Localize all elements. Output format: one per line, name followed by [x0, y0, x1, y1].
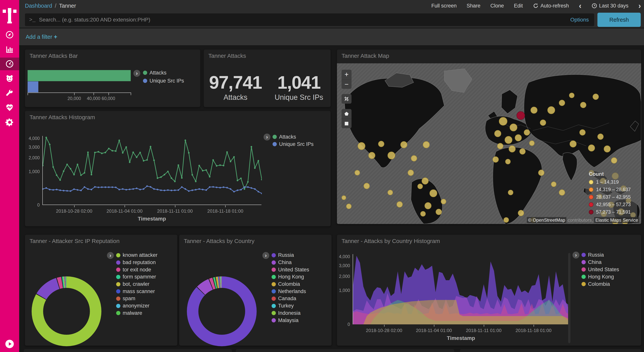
data-point[interactable]	[77, 164, 78, 165]
attack-circle[interactable]	[551, 182, 556, 187]
map-draw-rectangle-button[interactable]	[342, 119, 352, 128]
data-point[interactable]	[250, 146, 252, 148]
bar-unique-src-ips[interactable]	[28, 81, 38, 92]
data-point[interactable]	[136, 156, 138, 158]
data-point[interactable]	[174, 190, 176, 191]
attack-circle[interactable]	[358, 142, 365, 150]
attack-circle[interactable]	[388, 190, 393, 195]
data-point[interactable]	[216, 165, 217, 166]
attack-circle[interactable]	[559, 100, 565, 106]
data-point[interactable]	[254, 167, 256, 169]
attack-circle[interactable]	[498, 143, 503, 149]
data-point[interactable]	[150, 186, 151, 188]
add-filter-link[interactable]: Add a filter +	[26, 33, 57, 40]
sidebar-item-management[interactable]	[0, 116, 19, 129]
data-point[interactable]	[170, 190, 172, 191]
data-point[interactable]	[46, 187, 47, 189]
data-point[interactable]	[118, 189, 120, 190]
data-point[interactable]	[73, 174, 75, 175]
legend-expand-chevron[interactable]: ›	[572, 252, 580, 259]
attack-circle[interactable]	[506, 159, 510, 164]
attack-circle[interactable]	[538, 170, 544, 175]
data-point[interactable]	[258, 191, 259, 192]
osm-attribution[interactable]: © OpenStreetMap	[527, 217, 566, 223]
refresh-button[interactable]: Refresh	[598, 13, 641, 27]
time-range-picker[interactable]: Last 30 days	[592, 3, 628, 9]
data-point[interactable]	[132, 188, 134, 190]
data-point[interactable]	[157, 177, 158, 179]
legend-item[interactable]: known attacker	[116, 252, 158, 259]
data-point[interactable]	[244, 188, 245, 190]
data-point[interactable]	[63, 190, 64, 191]
attack-circle[interactable]	[418, 184, 423, 189]
data-point[interactable]	[132, 151, 134, 153]
data-point[interactable]	[98, 187, 99, 188]
legend-item[interactable]: spam	[116, 295, 158, 302]
legend-item[interactable]: Colombia	[272, 281, 309, 288]
data-point[interactable]	[209, 176, 210, 178]
data-point[interactable]	[84, 172, 85, 173]
t-mobile-logo[interactable]	[0, 3, 19, 24]
clone-button[interactable]: Clone	[490, 3, 504, 9]
data-point[interactable]	[230, 161, 231, 162]
data-point[interactable]	[118, 139, 120, 141]
attack-circle[interactable]	[593, 94, 598, 100]
legend-item[interactable]: United States	[272, 266, 309, 273]
attack-circle[interactable]	[520, 148, 525, 154]
map-zoom-out-button[interactable]: −	[342, 79, 352, 89]
legend-item[interactable]: Attacks	[143, 69, 184, 77]
data-point[interactable]	[136, 188, 138, 189]
attack-circle[interactable]	[510, 124, 517, 131]
attack-circle[interactable]	[580, 102, 586, 108]
data-point[interactable]	[91, 189, 92, 190]
data-point[interactable]	[70, 168, 71, 169]
attack-circle[interactable]	[580, 129, 585, 135]
bar-attacks[interactable]	[28, 70, 131, 81]
data-point[interactable]	[43, 188, 44, 190]
data-point[interactable]	[157, 189, 158, 190]
data-point[interactable]	[184, 139, 186, 141]
data-point[interactable]	[164, 174, 165, 175]
search-input[interactable]	[39, 17, 570, 23]
data-point[interactable]	[49, 189, 50, 190]
map-draw-polygon-button[interactable]	[342, 109, 352, 119]
attack-circle[interactable]	[346, 204, 351, 209]
data-point[interactable]	[164, 190, 165, 191]
data-point[interactable]	[237, 180, 238, 181]
data-point[interactable]	[250, 187, 252, 189]
data-point[interactable]	[73, 189, 75, 190]
data-point[interactable]	[170, 177, 172, 179]
data-point[interactable]	[63, 170, 64, 172]
data-point[interactable]	[84, 186, 85, 188]
attack-circle[interactable]	[611, 157, 617, 163]
data-point[interactable]	[188, 152, 190, 153]
data-point[interactable]	[219, 187, 221, 189]
legend-item[interactable]: anonymizer	[116, 302, 158, 310]
data-point[interactable]	[143, 188, 144, 190]
data-point[interactable]	[226, 151, 228, 153]
attack-circle[interactable]	[493, 157, 498, 162]
attack-circle[interactable]	[504, 218, 509, 223]
attack-circle[interactable]	[515, 134, 522, 141]
data-point[interactable]	[125, 146, 127, 148]
attack-circle[interactable]	[355, 170, 360, 175]
data-point[interactable]	[87, 151, 89, 153]
data-point[interactable]	[247, 181, 248, 183]
data-point[interactable]	[153, 188, 155, 190]
data-point[interactable]	[160, 190, 162, 191]
data-point[interactable]	[52, 166, 54, 168]
data-point[interactable]	[244, 186, 245, 188]
attack-circle[interactable]	[559, 190, 565, 195]
data-point[interactable]	[181, 177, 183, 179]
data-point[interactable]	[198, 188, 200, 190]
legend-expand-chevron[interactable]: ›	[107, 252, 114, 259]
data-point[interactable]	[94, 152, 96, 153]
data-point[interactable]	[212, 186, 214, 188]
data-point[interactable]	[104, 186, 106, 188]
data-point[interactable]	[60, 190, 61, 191]
attack-circle-high-count[interactable]	[517, 111, 525, 120]
attack-circle[interactable]	[364, 183, 370, 189]
legend-item[interactable]: Canada	[272, 295, 309, 302]
data-point[interactable]	[247, 186, 248, 188]
data-point[interactable]	[122, 152, 124, 153]
